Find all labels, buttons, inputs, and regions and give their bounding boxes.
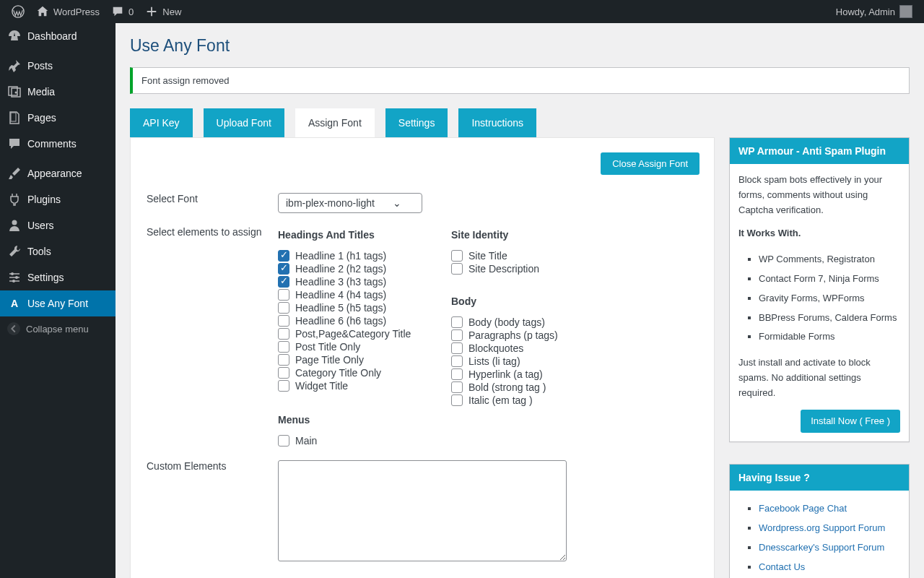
- font-select-value: ibm-plex-mono-light: [286, 197, 375, 209]
- heading-option: Post Title Only: [278, 340, 422, 353]
- body-checkbox[interactable]: [451, 355, 463, 367]
- sidebar-item-label: Appearance: [27, 168, 82, 179]
- avatar: [899, 5, 912, 18]
- body-label[interactable]: Bold (strong tag ): [468, 381, 546, 393]
- home-icon: [36, 5, 49, 18]
- body-option: Hyperlink (a tag): [451, 368, 596, 381]
- dashboard-icon: [7, 29, 22, 43]
- body-option: Italic (em tag ): [451, 394, 596, 407]
- heading-label[interactable]: Headline 2 (h2 tags): [295, 263, 386, 275]
- siteidentity-label[interactable]: Site Title: [468, 250, 507, 262]
- body-checkbox[interactable]: [451, 394, 463, 406]
- sidebar-item-label: Pages: [27, 112, 56, 124]
- tab-assign-font[interactable]: Assign Font: [295, 108, 375, 137]
- body-label[interactable]: Italic (em tag ): [468, 394, 533, 406]
- close-assign-font-button[interactable]: Close Assign Font: [601, 152, 699, 175]
- heading-checkbox[interactable]: [278, 302, 289, 314]
- heading-checkbox[interactable]: [278, 315, 289, 327]
- heading-option: Headline 5 (h5 tags): [278, 301, 422, 314]
- heading-label[interactable]: Category Title Only: [295, 367, 381, 379]
- heading-option: Headline 4 (h4 tags): [278, 288, 422, 301]
- sidebar-item-tools[interactable]: Tools: [0, 238, 116, 264]
- body-label[interactable]: Blockquotes: [468, 342, 523, 354]
- siteidentity-label[interactable]: Site Description: [468, 263, 539, 275]
- sidebar-item-users[interactable]: Users: [0, 212, 116, 238]
- heading-checkbox[interactable]: [278, 328, 289, 340]
- issue-link[interactable]: Facebook Page Chat: [759, 503, 847, 514]
- heading-label[interactable]: Headline 5 (h5 tags): [295, 302, 386, 314]
- sidebar-item-appearance[interactable]: Appearance: [0, 160, 116, 186]
- heading-checkbox[interactable]: [278, 380, 289, 392]
- heading-label[interactable]: Headline 4 (h4 tags): [295, 289, 386, 301]
- svg-point-6: [12, 280, 15, 282]
- sidebar-item-dashboard[interactable]: Dashboard: [0, 23, 116, 49]
- heading-label[interactable]: Headline 1 (h1 tags): [295, 250, 386, 262]
- issue-link[interactable]: Contact Us: [759, 561, 805, 572]
- body-checkbox[interactable]: [451, 329, 463, 341]
- wparmour-list-item: WP Comments, Registraton: [759, 250, 900, 269]
- sidebar-item-comments[interactable]: Comments: [0, 131, 116, 157]
- comment-icon: [7, 137, 22, 151]
- body-option: Lists (li tag): [451, 355, 596, 368]
- menu-option: Main: [278, 434, 422, 447]
- heading-checkbox[interactable]: [278, 263, 289, 275]
- body-label[interactable]: Paragraphs (p tags): [468, 329, 558, 341]
- tab-settings[interactable]: Settings: [385, 108, 448, 137]
- sidebar-item-pages[interactable]: Pages: [0, 105, 116, 131]
- menu-checkbox[interactable]: [278, 435, 289, 447]
- sidebar-item-posts[interactable]: Posts: [0, 53, 116, 79]
- comment-icon: [111, 5, 124, 18]
- tab-instructions[interactable]: Instructions: [458, 108, 536, 137]
- heading-label[interactable]: Post,Page&Category Title: [295, 328, 411, 340]
- brush-icon: [7, 166, 22, 181]
- body-option: Paragraphs (p tags): [451, 329, 596, 342]
- heading-checkbox[interactable]: [278, 341, 289, 353]
- body-checkbox[interactable]: [451, 316, 463, 328]
- body-checkbox[interactable]: [451, 381, 463, 393]
- heading-checkbox[interactable]: [278, 289, 289, 301]
- issue-list-item: Dnesscarkey's Support Forum: [759, 538, 900, 558]
- heading-label[interactable]: Widget Title: [295, 380, 348, 392]
- site-name[interactable]: WordPress: [30, 0, 105, 23]
- collapse-menu[interactable]: Collapse menu: [0, 316, 116, 341]
- wp-logo[interactable]: [6, 0, 30, 23]
- sidebar-item-use-any-font[interactable]: AUse Any Font: [0, 290, 116, 316]
- heading-checkbox[interactable]: [278, 354, 289, 366]
- body-label[interactable]: Body (body tags): [468, 316, 545, 328]
- body-checkbox[interactable]: [451, 342, 463, 354]
- page-title: Use Any Font: [130, 36, 910, 56]
- issue-link[interactable]: Wordpress.org Support Forum: [759, 522, 885, 533]
- sliders-icon: [7, 270, 22, 285]
- sidebar-item-label: Settings: [27, 272, 64, 283]
- heading-label[interactable]: Page Title Only: [295, 354, 364, 366]
- body-label[interactable]: Lists (li tag): [468, 355, 520, 367]
- custom-elements-textarea[interactable]: [278, 460, 567, 561]
- siteidentity-checkbox[interactable]: [451, 263, 463, 275]
- collapse-label: Collapse menu: [26, 324, 89, 335]
- media-icon: [7, 85, 22, 99]
- heading-option: Category Title Only: [278, 366, 422, 379]
- heading-label[interactable]: Headline 6 (h6 tags): [295, 315, 386, 327]
- siteidentity-checkbox[interactable]: [451, 250, 463, 262]
- font-select[interactable]: ibm-plex-mono-light ⌄: [278, 193, 422, 213]
- my-account[interactable]: Howdy, Admin: [830, 0, 918, 23]
- issue-link[interactable]: Dnesscarkey's Support Forum: [759, 542, 884, 553]
- sidebar-item-media[interactable]: Media: [0, 79, 116, 105]
- body-label[interactable]: Hyperlink (a tag): [468, 368, 543, 380]
- heading-checkbox[interactable]: [278, 276, 289, 288]
- new-content[interactable]: New: [139, 0, 187, 23]
- sidebar-item-settings[interactable]: Settings: [0, 264, 116, 290]
- comments-bubble[interactable]: 0: [105, 0, 139, 23]
- heading-option: Headline 2 (h2 tags): [278, 262, 422, 275]
- heading-label[interactable]: Post Title Only: [295, 341, 360, 353]
- heading-label[interactable]: Headline 3 (h3 tags): [295, 276, 386, 288]
- tab-upload-font[interactable]: Upload Font: [204, 108, 284, 137]
- body-checkbox[interactable]: [451, 368, 463, 380]
- tab-api-key[interactable]: API Key: [130, 108, 193, 137]
- install-now-button[interactable]: Install Now ( Free ): [801, 410, 900, 434]
- sidebar-item-plugins[interactable]: Plugins: [0, 186, 116, 212]
- heading-checkbox[interactable]: [278, 367, 289, 379]
- menu-label[interactable]: Main: [295, 435, 317, 447]
- heading-checkbox[interactable]: [278, 250, 289, 262]
- sidebar-item-label: Media: [27, 86, 55, 98]
